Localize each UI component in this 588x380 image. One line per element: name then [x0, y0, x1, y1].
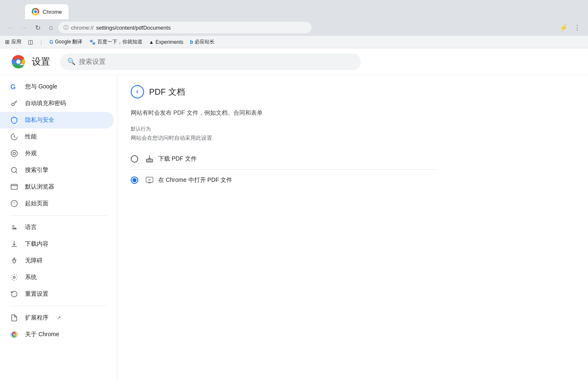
sidebar-item-reset[interactable]: 重置设置 [0, 286, 114, 302]
main-content: PDF 文档 网站有时会发布 PDF 文件，例如文档、合同和表单 默认行为 网站… [117, 75, 588, 380]
sidebar-label-extensions: 扩展程序 [25, 314, 48, 322]
sidebar-item-about[interactable]: 关于 Chrome [0, 326, 114, 343]
bookmark-apps[interactable]: ⊞ 应用 [5, 38, 21, 45]
svg-point-11 [13, 277, 15, 279]
back-button[interactable] [131, 85, 144, 98]
back-button[interactable]: ← [5, 22, 17, 33]
pdf-default-section: 默认行为 网站会在您访问时自动采用此设置 下载 PDF 文件 [131, 126, 438, 191]
sidebar-label-language: 语言 [25, 224, 37, 231]
sidebar-label-about: 关于 Chrome [25, 331, 59, 338]
svg-point-6 [13, 152, 15, 155]
sidebar-item-performance[interactable]: 性能 [0, 128, 114, 145]
open-chrome-label: 在 Chrome 中打开 PDF 文件 [158, 176, 232, 184]
about-chrome-icon [10, 330, 18, 339]
google-translate-icon: G [49, 39, 53, 45]
extensions-icon [10, 314, 18, 322]
grid-icon: ◫ [28, 39, 33, 45]
sidebar-item-extensions[interactable]: 扩展程序 ↗ [0, 310, 114, 326]
sidebar-item-accessibility[interactable]: 无障碍 [0, 252, 114, 269]
sidebar-label-appearance: 外观 [25, 150, 37, 157]
browser-icon [10, 183, 18, 191]
download-file-icon [145, 154, 154, 164]
settings-search-input[interactable] [79, 58, 354, 65]
url-path: settings/content/pdfDocuments [96, 25, 171, 31]
bookmark-must-site[interactable]: b 必应站长 [190, 38, 215, 45]
svg-rect-8 [11, 184, 18, 189]
open-chrome-radio[interactable] [131, 176, 138, 184]
sidebar-label-search: 搜索引擎 [25, 166, 48, 174]
sidebar-item-language[interactable]: 语言 [0, 219, 114, 236]
home-button[interactable]: ⌂ [45, 22, 57, 33]
appearance-icon [10, 149, 18, 158]
open-in-chrome-icon [145, 176, 154, 185]
svg-point-2 [16, 60, 20, 64]
bookmark-google-translate[interactable]: G Google 翻译 [49, 38, 82, 45]
shield-icon [10, 116, 18, 124]
search-icon: 🔍 [67, 58, 76, 65]
browser-frame: Chrome ← → ↻ ⌂ ⓘ chrome://settings/conte… [0, 0, 588, 380]
svg-text:G: G [10, 83, 15, 91]
language-icon [10, 223, 18, 232]
sidebar-item-system[interactable]: 系统 [0, 269, 114, 286]
settings-page: 设置 🔍 G 您与 Google [0, 48, 588, 380]
security-icon: ⓘ [63, 24, 68, 31]
pdf-settings-content: PDF 文档 网站有时会发布 PDF 文件，例如文档、合同和表单 默认行为 网站… [117, 75, 451, 201]
pdf-header: PDF 文档 [131, 85, 438, 98]
baidu-icon: 🐾 [89, 39, 96, 45]
sidebar-divider-1 [10, 215, 107, 216]
sidebar-label-privacy: 隐私与安全 [25, 116, 54, 124]
bookmark-experiments[interactable]: ▲ Experiments [149, 39, 184, 45]
system-icon [10, 273, 18, 282]
sidebar-item-startup[interactable]: 起始页面 [0, 195, 114, 212]
sidebar-item-autofill[interactable]: 自动填充和密码 [0, 95, 114, 112]
download-option-content: 下载 PDF 文件 [145, 154, 197, 164]
forward-button[interactable]: → [18, 22, 30, 33]
accessibility-icon [10, 257, 18, 265]
svg-point-7 [11, 167, 16, 172]
settings-logo: 设置 [10, 53, 50, 70]
google-icon: G [10, 83, 18, 91]
sidebar-item-default-browser[interactable]: 默认浏览器 [0, 179, 114, 195]
menu-button[interactable]: ⋮ [571, 22, 583, 33]
sidebar-label-accessibility: 无障碍 [25, 257, 43, 264]
google-translate-label: Google 翻译 [55, 38, 82, 45]
address-bar[interactable]: ⓘ chrome://settings/content/pdfDocuments [58, 22, 312, 33]
extensions-button[interactable]: ⚡ [558, 22, 570, 33]
bookmark-baidu[interactable]: 🐾 百度一下，你就知道 [89, 38, 142, 45]
tab-strip: Chrome [0, 0, 588, 19]
svg-point-4 [12, 103, 14, 106]
sidebar: G 您与 Google 自动填充和密码 隐私与安全 [0, 75, 117, 380]
settings-header: 设置 🔍 [0, 48, 588, 75]
sidebar-item-download[interactable]: 下载内容 [0, 236, 114, 252]
url-scheme: chrome:// [71, 25, 94, 31]
download-icon [10, 240, 18, 248]
bookmarks-bar: ⊞ 应用 ◫ | G Google 翻译 🐾 百度一下，你就知道 ▲ Exper… [0, 36, 588, 48]
must-site-icon: b [190, 39, 193, 45]
sidebar-item-appearance[interactable]: 外观 [0, 145, 114, 162]
active-tab[interactable]: Chrome [25, 4, 68, 19]
option-open-in-chrome[interactable]: 在 Chrome 中打开 PDF 文件 [131, 170, 438, 191]
sidebar-item-privacy[interactable]: 隐私与安全 [0, 112, 114, 128]
pdf-title: PDF 文档 [149, 86, 185, 98]
apps-grid-icon: ⊞ [5, 39, 10, 45]
download-radio[interactable] [131, 155, 138, 163]
option-download-pdf[interactable]: 下载 PDF 文件 [131, 148, 438, 170]
sidebar-divider-2 [10, 306, 107, 306]
svg-point-14 [14, 334, 15, 335]
bookmark-grid[interactable]: ◫ [28, 39, 33, 45]
refresh-button[interactable]: ↻ [32, 22, 43, 33]
sidebar-item-search[interactable]: 搜索引擎 [0, 162, 114, 179]
svg-point-10 [14, 258, 15, 259]
sidebar-item-google[interactable]: G 您与 Google [0, 78, 114, 95]
svg-point-5 [11, 151, 18, 157]
search-engine-icon [10, 166, 18, 174]
startup-icon [10, 199, 18, 208]
settings-search-box[interactable]: 🔍 [60, 53, 361, 70]
sidebar-label-download: 下载内容 [25, 240, 48, 248]
sidebar-label-startup: 起始页面 [25, 200, 48, 207]
sidebar-label-reset: 重置设置 [25, 290, 48, 298]
open-chrome-option-content: 在 Chrome 中打开 PDF 文件 [145, 176, 232, 185]
pdf-description: 网站有时会发布 PDF 文件，例如文档、合同和表单 [131, 108, 438, 117]
sidebar-label-autofill: 自动填充和密码 [25, 100, 66, 107]
reset-icon [10, 290, 18, 298]
